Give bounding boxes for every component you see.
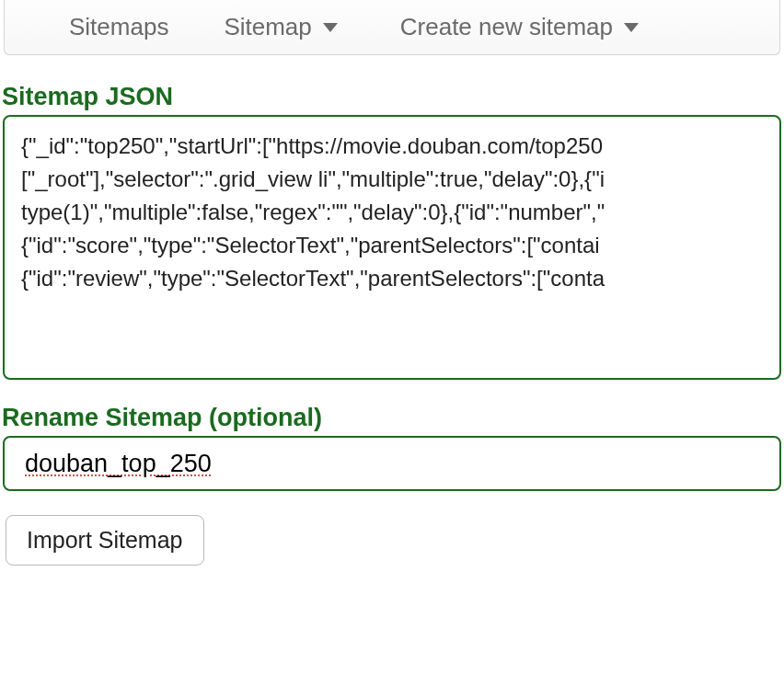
import-sitemap-button[interactable]: Import Sitemap [6,515,204,566]
nav-bar: Sitemaps Sitemap Create new sitemap [4,0,780,55]
sitemap-json-textarea[interactable] [3,115,781,380]
nav-sitemaps-label: Sitemaps [69,13,168,41]
section-sitemap-json: Sitemap JSON [0,83,784,383]
section-rename-sitemap: Rename Sitemap (optional) [0,404,784,491]
nav-create-new-label: Create new sitemap [400,13,613,41]
caret-down-icon [624,23,639,32]
sitemap-json-label: Sitemap JSON [0,83,784,111]
nav-sitemap-label: Sitemap [224,13,311,41]
caret-down-icon [323,23,338,32]
rename-sitemap-label: Rename Sitemap (optional) [0,404,784,432]
nav-create-new-dropdown[interactable]: Create new sitemap [400,13,646,41]
nav-sitemaps[interactable]: Sitemaps [69,13,168,41]
nav-sitemap-dropdown[interactable]: Sitemap [224,13,344,41]
rename-sitemap-input[interactable] [3,436,781,491]
